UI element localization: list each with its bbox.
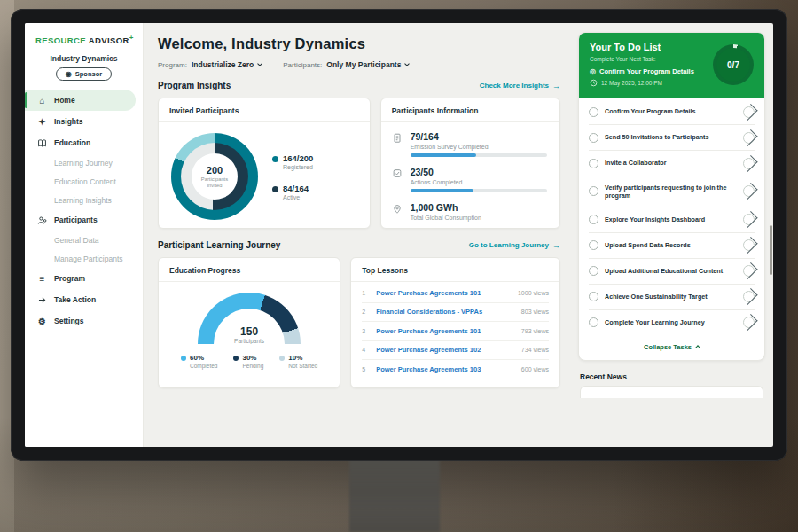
lesson-row: 4 Power Purchase Agreements 102 734 view…	[362, 341, 549, 361]
sidebar-item-learning-insights[interactable]: Learning Insights	[25, 191, 143, 209]
sidebar-item-settings[interactable]: ⚙ Settings	[25, 310, 143, 332]
task-row-complete-learning-journey[interactable]: Complete Your Learning Journey	[589, 310, 755, 335]
program-dropdown[interactable]: Program: Industrialize Zero	[158, 60, 262, 69]
gauge-center-value: 150	[198, 325, 301, 338]
chevron-right-icon[interactable]	[743, 317, 755, 328]
chevron-right-icon[interactable]	[743, 106, 755, 118]
actions-icon	[392, 167, 403, 192]
checkbox-icon[interactable]	[589, 292, 598, 301]
insights-cards-row: Invited Participants 200 Participants In…	[158, 98, 560, 229]
arrow-right-icon: →	[552, 241, 560, 250]
page-title: Welcome, Industry Dynamics	[158, 35, 560, 52]
logo-primary: RESOURCE	[35, 35, 86, 45]
education-icon	[36, 138, 48, 148]
chevron-right-icon[interactable]	[743, 185, 755, 197]
chevron-up-icon	[695, 345, 700, 350]
legend-completed: 60% Completed	[181, 354, 217, 369]
sidebar-item-insights[interactable]: ✦ Insights	[25, 111, 143, 132]
sponsor-badge[interactable]: ◉ Sponsor	[56, 67, 112, 81]
task-row-send-invitations[interactable]: Send 50 Invitations to Participants	[589, 125, 755, 151]
lesson-link[interactable]: Power Purchase Agreements 102	[376, 346, 514, 354]
chevron-right-icon[interactable]	[743, 158, 755, 169]
insights-icon: ✦	[36, 117, 48, 127]
lesson-link[interactable]: Power Purchase Agreements 103	[376, 365, 514, 373]
legend-dot-completed	[181, 356, 186, 361]
checkbox-icon[interactable]	[589, 186, 598, 196]
sidebar-item-manage-participants[interactable]: Manage Participants	[25, 249, 143, 268]
participants-information-title: Participants Information	[381, 98, 559, 122]
legend-dot-not-started	[279, 356, 285, 361]
task-row-invite-collaborator[interactable]: Invite a Collaborator	[589, 151, 755, 176]
checkbox-icon[interactable]	[589, 266, 598, 276]
checkbox-icon[interactable]	[589, 159, 598, 168]
education-legend: 60% Completed 30% Pending 10% Not Starte…	[181, 354, 317, 369]
donut-center-value: 200	[207, 165, 223, 176]
lesson-link[interactable]: Power Purchase Agreements 101	[376, 289, 511, 297]
monitor-stand	[349, 458, 440, 532]
program-list-icon: ≡	[36, 274, 48, 284]
chevron-down-icon	[257, 61, 262, 66]
scrollbar[interactable]	[770, 225, 772, 275]
top-lessons-card: Top Lessons 1 Power Purchase Agreements …	[350, 257, 560, 388]
sidebar-item-education-content[interactable]: Education Content	[25, 172, 143, 191]
sidebar-item-home[interactable]: ⌂ Home	[25, 90, 136, 111]
chevron-right-icon[interactable]	[743, 214, 755, 225]
todo-header: Your To Do List Complete Your Next Task:…	[579, 33, 764, 98]
checkbox-icon[interactable]	[589, 133, 598, 143]
chevron-right-icon[interactable]	[743, 239, 755, 251]
task-row-achieve-target[interactable]: Achieve One Sustainability Target	[589, 285, 755, 310]
target-icon: ◎	[590, 67, 596, 75]
actions-completed-row: 23/50 Actions Completed	[392, 167, 547, 192]
program-insights-header: Program Insights Check More Insights →	[158, 81, 560, 90]
recent-news-title: Recent News	[580, 372, 763, 381]
sidebar-item-general-data[interactable]: General Data	[25, 231, 143, 249]
legend-active: 84/164 Active	[272, 184, 313, 200]
task-row-verify-participants[interactable]: Verify participants requesting to join t…	[589, 176, 755, 207]
participants-icon	[36, 215, 48, 225]
legend-dot-pending	[233, 356, 239, 361]
sidebar-item-program[interactable]: ≡ Program	[25, 268, 143, 289]
lesson-link[interactable]: Power Purchase Agreements 101	[376, 327, 514, 335]
invited-legend: 164/200 Registered 84/164 Active	[272, 153, 313, 200]
task-row-confirm-program[interactable]: Confirm Your Program Details	[589, 99, 755, 125]
checkbox-icon[interactable]	[589, 107, 598, 117]
checkbox-icon[interactable]	[589, 317, 598, 327]
invited-participants-card: Invited Participants 200 Participants In…	[158, 98, 371, 229]
chevron-down-icon	[405, 61, 411, 66]
donut-center-label: Participants Invited	[196, 176, 233, 189]
clock-icon	[590, 79, 598, 87]
invited-participants-title: Invited Participants	[159, 98, 370, 122]
participants-value: Only My Participants	[326, 60, 401, 69]
program-label: Program:	[158, 61, 187, 69]
sidebar-item-participants[interactable]: Participants	[25, 209, 143, 231]
recent-news-section: Recent News	[578, 369, 765, 402]
participants-information-card: Participants Information 79/164 Emission…	[380, 98, 560, 229]
task-row-upload-spend-data[interactable]: Upload Spend Data Records	[589, 233, 755, 259]
participants-label: Participants:	[283, 61, 322, 69]
checkbox-icon[interactable]	[589, 240, 598, 250]
participants-dropdown[interactable]: Participants: Only My Participants	[283, 60, 409, 69]
logo-plus: +	[129, 34, 134, 42]
lesson-row: 2 Financial Considerations - VPPAs 803 v…	[362, 303, 549, 323]
lesson-link[interactable]: Financial Considerations - VPPAs	[376, 308, 514, 316]
program-value: Industrialize Zero	[192, 60, 254, 69]
task-row-explore-insights[interactable]: Explore Your Insights Dashboard	[589, 207, 755, 233]
chevron-right-icon[interactable]	[743, 132, 755, 144]
take-action-icon	[36, 295, 48, 305]
checkbox-icon[interactable]	[589, 215, 598, 224]
chevron-right-icon[interactable]	[743, 265, 755, 277]
sidebar-item-learning-journey[interactable]: Learning Journey	[25, 153, 143, 172]
go-to-learning-journey-link[interactable]: Go to Learning Journey →	[469, 241, 560, 250]
gauge-center-label: Participants	[198, 338, 301, 344]
app-logo: RESOURCE ADVISOR+	[25, 34, 143, 45]
collapse-tasks-button[interactable]: Collapse Tasks	[579, 335, 764, 360]
chevron-right-icon[interactable]	[743, 291, 755, 302]
check-more-insights-link[interactable]: Check More Insights →	[480, 82, 560, 90]
sidebar-item-education[interactable]: Education	[25, 132, 143, 153]
emission-survey-row: 79/164 Emission Survey Completed	[392, 131, 547, 157]
task-row-upload-educational-content[interactable]: Upload Additional Educational Content	[589, 259, 755, 285]
sidebar-item-take-action[interactable]: Take Action	[25, 289, 143, 310]
actions-completed-progressbar	[411, 189, 547, 192]
learning-journey-title: Participant Learning Journey	[158, 240, 280, 250]
learning-cards-row: Education Progress 150 Participants	[158, 257, 560, 388]
